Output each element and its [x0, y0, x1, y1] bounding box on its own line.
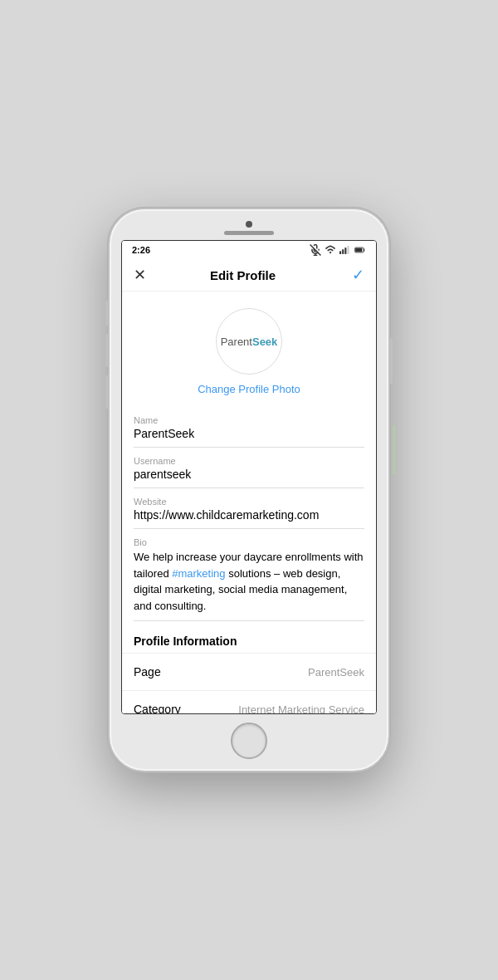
svg-rect-3: [339, 251, 341, 254]
power-button[interactable]: [389, 338, 393, 384]
volume-up-button[interactable]: [105, 334, 109, 367]
status-time: 2:26: [132, 245, 150, 255]
page-value: ParentSeek: [308, 666, 364, 679]
bio-label: Bio: [134, 537, 364, 547]
edit-profile-header: ✕ Edit Profile ✓: [122, 259, 376, 292]
username-label: Username: [134, 456, 364, 466]
edit-profile-content: ParentSeek Change Profile Photo Name Par…: [122, 292, 376, 713]
header-title: Edit Profile: [154, 268, 332, 282]
avatar-text-brand: Seek: [252, 336, 277, 348]
profile-photo-section: ParentSeek Change Profile Photo: [122, 292, 376, 407]
speaker: [224, 231, 274, 235]
scroll-indicator: [393, 425, 395, 475]
svg-rect-4: [342, 249, 344, 254]
website-label: Website: [134, 497, 364, 507]
change-photo-button[interactable]: Change Profile Photo: [198, 383, 300, 395]
status-bar: 2:26: [122, 241, 376, 259]
camera: [246, 221, 252, 228]
phone-bottom: [110, 714, 388, 771]
svg-rect-8: [355, 248, 362, 252]
battery-icon: [354, 244, 366, 256]
profile-info-title: Profile Information: [134, 635, 237, 648]
mute-icon: [310, 244, 321, 256]
name-label: Name: [134, 415, 364, 425]
close-button[interactable]: ✕: [134, 266, 154, 284]
phone-frame: 2:26: [108, 208, 390, 772]
website-value[interactable]: https://www.childcaremarketing.com: [134, 508, 364, 528]
name-value[interactable]: ParentSeek: [134, 427, 364, 447]
avatar[interactable]: ParentSeek: [216, 308, 282, 375]
profile-info-header: Profile Information: [122, 621, 376, 654]
wifi-icon: [325, 244, 336, 256]
username-field[interactable]: Username parentseek: [134, 448, 364, 488]
avatar-text-plain: Parent: [221, 336, 252, 348]
page-label: Page: [134, 665, 161, 679]
page-row[interactable]: Page ParentSeek: [122, 654, 376, 691]
name-field[interactable]: Name ParentSeek: [134, 407, 364, 448]
category-value: Internet Marketing Service: [238, 703, 364, 714]
bio-hashtag-link[interactable]: #marketing: [172, 567, 225, 580]
signal-icon: [339, 244, 351, 256]
svg-rect-5: [344, 247, 346, 254]
bio-field[interactable]: Bio We help increase your daycare enroll…: [134, 529, 364, 621]
status-icons: [310, 244, 366, 256]
category-label: Category: [134, 703, 181, 713]
confirm-button[interactable]: ✓: [352, 266, 364, 284]
category-row[interactable]: Category Internet Marketing Service: [122, 691, 376, 713]
phone-top: [110, 209, 388, 240]
home-button[interactable]: [231, 723, 267, 759]
svg-rect-6: [347, 246, 349, 254]
username-value[interactable]: parentseek: [134, 468, 364, 488]
phone-screen: 2:26: [121, 240, 377, 714]
bio-value[interactable]: We help increase your daycare enrollment…: [134, 549, 364, 620]
volume-down-button[interactable]: [105, 375, 109, 409]
form-section: Name ParentSeek Username parentseek Webs…: [122, 407, 376, 621]
website-field[interactable]: Website https://www.childcaremarketing.c…: [134, 488, 364, 529]
